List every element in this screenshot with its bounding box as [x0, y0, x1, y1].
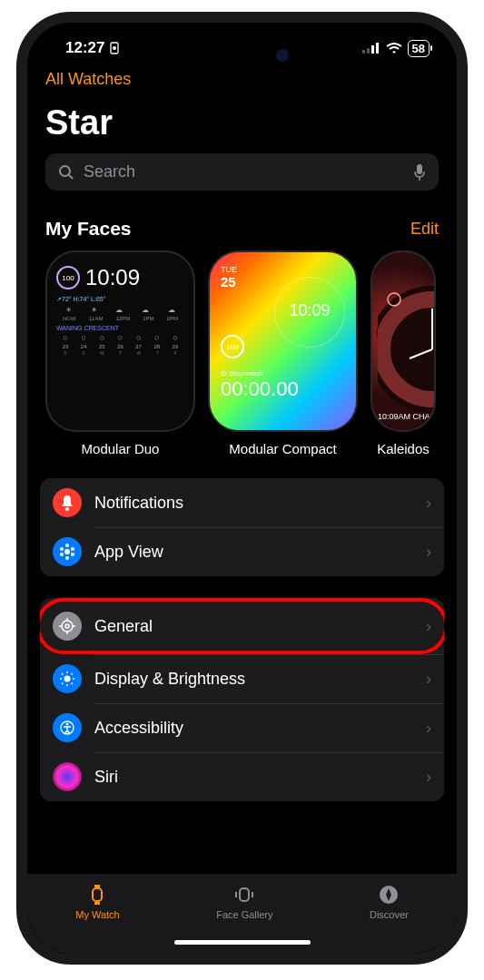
svg-line-34 [62, 673, 64, 675]
watch-face-modular-compact[interactable]: TUE 25 10:09 100 ⊙ Stopwatch 00:00.00 [208, 250, 358, 432]
watch-face-kaleidoscope[interactable]: 10:09AM CHA [370, 250, 436, 432]
settings-group-1: Notifications › App View › [40, 478, 444, 576]
search-placeholder: Search [84, 162, 404, 181]
chevron-right-icon: › [426, 719, 431, 738]
item-label: Notifications [94, 494, 413, 513]
grid-icon [53, 537, 82, 566]
svg-point-1 [113, 46, 116, 50]
svg-rect-3 [367, 48, 370, 54]
svg-point-17 [60, 547, 64, 551]
page-title: Star [27, 94, 457, 153]
back-link[interactable]: All Watches [45, 70, 131, 88]
app-view-item[interactable]: App View › [40, 527, 444, 576]
svg-rect-42 [94, 902, 100, 905]
svg-rect-43 [240, 888, 249, 901]
compass-icon [377, 883, 400, 906]
chevron-right-icon: › [426, 543, 431, 562]
svg-point-22 [65, 556, 69, 560]
microphone-icon[interactable] [413, 163, 426, 181]
chevron-right-icon: › [426, 494, 431, 513]
home-indicator[interactable] [174, 940, 311, 945]
svg-line-36 [62, 683, 64, 685]
item-label: Display & Brightness [94, 670, 413, 689]
svg-line-37 [72, 673, 74, 675]
watch-face-modular-duo[interactable]: 100 10:09 ↗72° H:74° L:65° ☀☀☁☁☁ NOW11AM… [45, 250, 195, 432]
sun-icon [53, 664, 82, 693]
gear-icon [53, 612, 82, 641]
svg-point-15 [65, 507, 69, 511]
svg-point-18 [71, 547, 74, 551]
wifi-icon [386, 43, 402, 54]
svg-point-19 [60, 553, 64, 556]
svg-line-7 [69, 175, 73, 179]
svg-rect-4 [371, 45, 374, 54]
accessibility-item[interactable]: Accessibility › [40, 703, 444, 752]
face-label: Modular Duo [82, 441, 160, 456]
notifications-item[interactable]: Notifications › [40, 478, 444, 527]
chevron-right-icon: › [426, 670, 431, 689]
tab-my-watch[interactable]: My Watch [75, 883, 120, 920]
svg-point-39 [66, 723, 69, 726]
portrait-lock-icon [108, 42, 121, 54]
svg-point-24 [65, 624, 69, 628]
svg-line-35 [72, 683, 74, 685]
chevron-right-icon: › [426, 768, 431, 787]
svg-rect-2 [362, 50, 365, 54]
item-label: App View [94, 543, 413, 562]
svg-point-6 [60, 166, 70, 176]
display-brightness-item[interactable]: Display & Brightness › [40, 654, 444, 703]
svg-point-23 [62, 621, 73, 632]
bell-icon [53, 488, 82, 517]
settings-group-2: General › Display & Brightness › Accessi… [40, 598, 444, 801]
svg-rect-41 [94, 885, 100, 887]
tab-discover[interactable]: Discover [370, 883, 409, 920]
svg-point-20 [71, 553, 74, 556]
edit-button[interactable]: Edit [410, 220, 439, 239]
tab-face-gallery[interactable]: Face Gallery [216, 883, 272, 920]
my-faces-heading: My Faces [45, 218, 132, 240]
svg-point-29 [64, 676, 71, 682]
faces-carousel[interactable]: 100 10:09 ↗72° H:74° L:65° ☀☀☁☁☁ NOW11AM… [27, 250, 457, 456]
search-icon [58, 164, 74, 181]
item-label: Siri [94, 768, 413, 787]
face-label: Modular Compact [229, 441, 336, 456]
person-icon [53, 713, 82, 742]
cellular-icon [362, 43, 380, 54]
svg-point-16 [64, 549, 70, 554]
chevron-right-icon: › [426, 617, 431, 636]
face-label: Kaleidos [377, 441, 430, 456]
status-time: 12:27 [65, 39, 104, 57]
item-label: Accessibility [94, 719, 413, 738]
svg-rect-5 [376, 43, 379, 54]
svg-rect-40 [93, 888, 102, 901]
general-item[interactable]: General › [40, 598, 444, 654]
svg-point-21 [65, 544, 69, 547]
dynamic-island [183, 39, 301, 72]
svg-rect-8 [417, 164, 422, 174]
watch-icon [85, 883, 109, 906]
battery-indicator: 58 [408, 40, 430, 57]
gallery-icon [232, 883, 256, 906]
siri-icon [53, 762, 82, 791]
search-input[interactable]: Search [45, 153, 439, 191]
siri-item[interactable]: Siri › [40, 752, 444, 801]
item-label: General [94, 617, 413, 636]
